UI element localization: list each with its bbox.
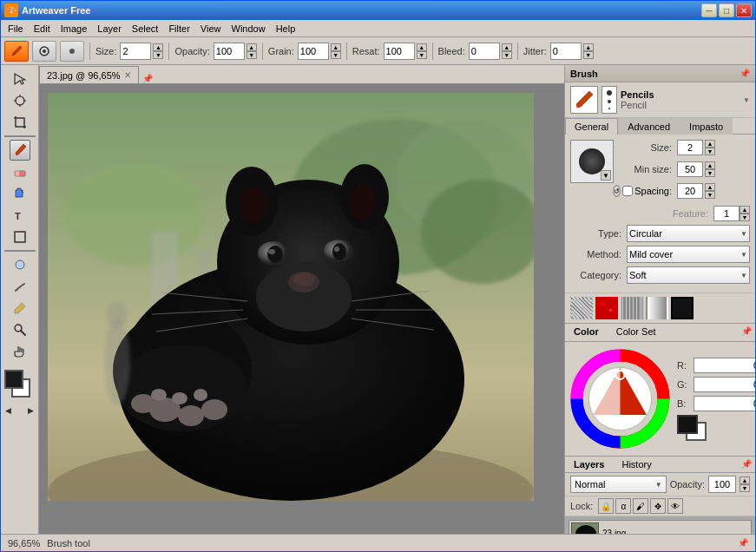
zoom-tool-button[interactable]: [10, 319, 30, 340]
minsize-down[interactable]: ▼: [705, 169, 715, 177]
r-input[interactable]: [694, 358, 755, 373]
brush-type-button[interactable]: [32, 41, 56, 62]
bleed-up-button[interactable]: ▲: [502, 43, 512, 51]
size-up[interactable]: ▲: [705, 140, 715, 148]
size-setting-input[interactable]: [677, 140, 703, 155]
brush-paint-button[interactable]: [10, 140, 30, 161]
lock-visibility-button[interactable]: 👁: [667, 498, 683, 514]
brush-size-small-button[interactable]: [60, 41, 84, 62]
color-tab-colorset[interactable]: Color Set: [608, 324, 665, 341]
texture-4-thumb[interactable]: [646, 297, 668, 319]
texture-2-thumb[interactable]: [595, 297, 618, 319]
menu-file[interactable]: File: [3, 22, 29, 36]
color-tab-color[interactable]: Color: [565, 324, 608, 341]
size-down-button[interactable]: ▼: [153, 51, 163, 59]
layers-tab-history[interactable]: History: [613, 457, 660, 472]
resat-input[interactable]: [384, 43, 415, 60]
feature-input[interactable]: [713, 206, 740, 221]
eyedropper-tool-button[interactable]: [10, 298, 30, 319]
tab-general[interactable]: General: [565, 118, 618, 135]
size-up-button[interactable]: ▲: [153, 43, 163, 51]
spacing-refresh-button[interactable]: ↺: [613, 185, 621, 197]
color-wheel-container[interactable]: [570, 349, 670, 449]
feature-down[interactable]: ▼: [740, 214, 750, 221]
opacity-input[interactable]: [214, 43, 245, 60]
canvas-tab-1[interactable]: 23.jpg @ 96,65% ✕: [39, 66, 139, 83]
shape-tool-button[interactable]: [10, 227, 30, 247]
lock-all-button[interactable]: 🔒: [598, 498, 614, 514]
jitter-up-button[interactable]: ▲: [583, 43, 594, 51]
lock-alpha-button[interactable]: α: [615, 498, 631, 514]
minimize-button[interactable]: ─: [701, 3, 717, 17]
feature-up[interactable]: ▲: [740, 206, 750, 214]
g-input[interactable]: [694, 377, 755, 392]
selection-tool-button[interactable]: [10, 69, 30, 89]
menu-edit[interactable]: Edit: [29, 22, 56, 36]
spacing-up[interactable]: ▲: [705, 183, 715, 191]
hand-tool-button[interactable]: [10, 341, 30, 362]
spacing-down[interactable]: ▼: [705, 191, 715, 199]
grain-down-button[interactable]: ▼: [331, 51, 341, 59]
texture-5-thumb[interactable]: [671, 297, 694, 319]
menu-view[interactable]: View: [195, 22, 227, 36]
brush-size-preview[interactable]: [602, 86, 617, 114]
texture-3-thumb[interactable]: [621, 297, 643, 319]
canvas-image[interactable]: [48, 93, 534, 501]
menu-image[interactable]: Image: [56, 22, 93, 36]
spacing-checkbox[interactable]: [622, 186, 633, 196]
menu-filter[interactable]: Filter: [163, 22, 194, 36]
jitter-input[interactable]: [550, 43, 582, 60]
smudge-tool-button[interactable]: [10, 276, 30, 297]
resat-up-button[interactable]: ▲: [417, 43, 427, 51]
opacity-spin-down[interactable]: ▼: [740, 484, 750, 492]
size-down[interactable]: ▼: [705, 148, 715, 155]
category-dropdown[interactable]: Soft ▼: [627, 266, 750, 284]
layers-tab-layers[interactable]: Layers: [565, 457, 613, 472]
tab-advanced[interactable]: Advanced: [618, 118, 680, 135]
b-input[interactable]: [694, 396, 755, 411]
prev-button[interactable]: ◀: [1, 400, 19, 421]
maximize-button[interactable]: □: [719, 3, 734, 17]
blur-tool-button[interactable]: [10, 254, 30, 275]
tab-impasto[interactable]: Impasto: [680, 118, 733, 135]
grain-input[interactable]: [298, 43, 329, 60]
menu-layer[interactable]: Layer: [92, 22, 127, 36]
menu-window[interactable]: Window: [227, 22, 271, 36]
minsize-input[interactable]: [677, 161, 703, 177]
eraser-tool-button[interactable]: [10, 161, 30, 182]
menu-help[interactable]: Help: [271, 22, 301, 36]
close-button[interactable]: ✕: [736, 3, 752, 17]
canvas-viewport[interactable]: [39, 84, 564, 534]
menu-select[interactable]: Select: [127, 22, 164, 36]
opacity-up-button[interactable]: ▲: [247, 43, 257, 51]
texture-1-thumb[interactable]: [570, 297, 593, 319]
spacing-input[interactable]: [677, 183, 703, 199]
next-button[interactable]: ▶: [21, 400, 42, 421]
size-input[interactable]: [120, 43, 151, 60]
brush-preview[interactable]: [570, 86, 598, 114]
bleed-input[interactable]: [469, 43, 500, 60]
transform-tool-button[interactable]: [10, 90, 30, 111]
foreground-color-box[interactable]: [4, 370, 23, 389]
fill-tool-button[interactable]: [10, 183, 30, 204]
type-dropdown[interactable]: Circular ▼: [627, 225, 750, 242]
lock-move-button[interactable]: ✥: [650, 498, 666, 514]
layer-item-1[interactable]: 23.jpg: [569, 520, 752, 534]
layers-opacity-input[interactable]: [708, 476, 736, 493]
minsize-up[interactable]: ▲: [705, 161, 715, 169]
method-dropdown[interactable]: Mild cover ▼: [627, 246, 750, 263]
layers-mode-dropdown[interactable]: Normal ▼: [570, 476, 667, 493]
brush-tool-button[interactable]: [4, 41, 29, 62]
brush-panel-pin[interactable]: 📌: [740, 69, 750, 78]
resat-down-button[interactable]: ▼: [417, 51, 427, 59]
lock-paint-button[interactable]: 🖌: [633, 498, 648, 514]
shape-dropdown-arrow[interactable]: ▼: [601, 170, 611, 181]
canvas-tab-close[interactable]: ✕: [124, 70, 131, 80]
foreground-swatch[interactable]: [677, 415, 698, 434]
brush-category[interactable]: Pencils Pencil: [621, 89, 740, 110]
grain-up-button[interactable]: ▲: [331, 43, 341, 51]
crop-tool-button[interactable]: [10, 112, 30, 133]
opacity-spin-up[interactable]: ▲: [740, 476, 750, 484]
jitter-down-button[interactable]: ▼: [583, 51, 594, 59]
text-tool-button[interactable]: T: [10, 205, 30, 226]
